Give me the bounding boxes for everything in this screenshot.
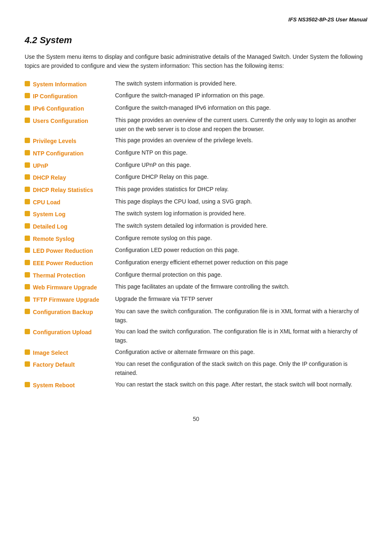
item-desc: Configuration energy efficient ethernet … — [115, 257, 367, 269]
item-name: Detailed Log — [33, 222, 67, 231]
list-item: Users ConfigurationThis page provides an… — [25, 115, 367, 135]
bullet-icon — [25, 174, 30, 180]
bullet-icon — [25, 349, 30, 355]
section-heading: 4.2 System — [25, 35, 367, 46]
item-name: Factory Default — [33, 361, 75, 370]
bullet-icon — [25, 382, 30, 387]
section-intro: Use the System menu items to display and… — [25, 52, 367, 71]
bullet-icon — [25, 223, 30, 229]
bullet-icon — [25, 296, 30, 302]
item-name: LED Power Reduction — [33, 247, 93, 256]
item-desc: This page facilitates an update of the f… — [115, 281, 367, 294]
list-item: System RebootYou can restart the stack s… — [25, 379, 367, 391]
item-name: System Reboot — [33, 381, 75, 390]
list-item: IPv6 ConfigurationConfigure the switch-m… — [25, 102, 367, 115]
list-item: System LogThe switch system log informat… — [25, 208, 367, 220]
bullet-icon — [25, 162, 30, 168]
item-desc: Configure UPnP on this page. — [115, 160, 367, 172]
list-item: NTP ConfigurationConfigure NTP on this p… — [25, 147, 367, 160]
item-desc: Configure remote syslog on this page. — [115, 233, 367, 245]
bullet-icon — [25, 118, 30, 123]
item-name: DHCP Relay — [33, 173, 66, 183]
item-name: System Log — [33, 210, 65, 219]
item-name: Privilege Levels — [33, 137, 76, 146]
item-desc: You can save the switch configuration. T… — [115, 306, 367, 326]
item-name: DHCP Relay Statistics — [33, 186, 93, 195]
bullet-icon — [25, 93, 30, 98]
item-name: CPU Load — [33, 198, 60, 207]
list-item: Privilege LevelsThis page provides an ov… — [25, 135, 367, 147]
item-desc: You can load the switch configuration. T… — [115, 326, 367, 346]
item-name: NTP Configuration — [33, 149, 83, 158]
list-item: CPU LoadThis page displays the CPU load,… — [25, 196, 367, 208]
item-name: System Information — [33, 80, 87, 89]
list-item: Thermal ProtectionConfigure thermal prot… — [25, 269, 367, 282]
list-item: Remote SyslogConfigure remote syslog on … — [25, 233, 367, 245]
list-item: DHCP Relay StatisticsThis page provides … — [25, 184, 367, 196]
bullet-icon — [25, 105, 30, 111]
list-item: TFTP Firmware UpgradeUpgrade the firmwar… — [25, 294, 367, 306]
item-desc: You can reset the configuration of the s… — [115, 358, 367, 379]
bullet-icon — [25, 150, 30, 155]
item-name: Users Configuration — [33, 117, 88, 126]
item-desc: Configure DHCP Relay on this page. — [115, 171, 367, 184]
item-name: UPnP — [33, 162, 48, 171]
item-desc: This page displays the CPU load, using a… — [115, 196, 367, 208]
bullet-icon — [25, 361, 30, 367]
bullet-icon — [25, 187, 30, 192]
bullet-icon — [25, 247, 30, 253]
list-item: IP ConfigurationConfigure the switch-man… — [25, 90, 367, 102]
list-item: UPnPConfigure UPnP on this page. — [25, 160, 367, 172]
list-item: Detailed LogThe switch system detailed l… — [25, 220, 367, 233]
page-footer: 50 — [25, 416, 367, 422]
bullet-icon — [25, 236, 30, 241]
item-name: Thermal Protection — [33, 271, 85, 280]
item-desc: The switch system detailed log informati… — [115, 220, 367, 233]
item-name: TFTP Firmware Upgrade — [33, 296, 99, 305]
item-desc: Configuration active or alternate firmwa… — [115, 347, 367, 359]
bullet-icon — [25, 272, 30, 278]
page-number: 50 — [193, 416, 199, 422]
bullet-icon — [25, 260, 30, 265]
item-desc: This page provides an overview of the pr… — [115, 135, 367, 147]
item-desc: This page provides statistics for DHCP r… — [115, 184, 367, 196]
item-desc: Upgrade the firmware via TFTP server — [115, 294, 367, 306]
list-item: DHCP RelayConfigure DHCP Relay on this p… — [25, 171, 367, 184]
item-name: Configuration Upload — [33, 328, 92, 337]
bullet-icon — [25, 138, 30, 143]
item-name: IPv6 Configuration — [33, 104, 84, 113]
item-desc: Configure the switch-managed IPv6 inform… — [115, 102, 367, 115]
list-item: System InformationThe switch system info… — [25, 78, 367, 90]
list-item: Image SelectConfiguration active or alte… — [25, 347, 367, 359]
list-item: Factory DefaultYou can reset the configu… — [25, 358, 367, 379]
item-desc: Configuration LED power reduction on thi… — [115, 245, 367, 257]
item-desc: The switch system information is provide… — [115, 78, 367, 90]
item-name: IP Configuration — [33, 92, 78, 101]
list-item: EEE Power ReductionConfiguration energy … — [25, 257, 367, 269]
list-item: Web Firmware UpgradeThis page facilitate… — [25, 281, 367, 294]
item-desc: You can restart the stack switch on this… — [115, 379, 367, 391]
list-item: Configuration BackupYou can save the swi… — [25, 306, 367, 326]
list-item: LED Power ReductionConfiguration LED pow… — [25, 245, 367, 257]
item-name: Web Firmware Upgrade — [33, 283, 97, 292]
item-desc: This page provides an overview of the cu… — [115, 115, 367, 135]
bullet-icon — [25, 329, 30, 334]
item-name: Image Select — [33, 349, 68, 358]
items-table: System InformationThe switch system info… — [25, 78, 367, 391]
list-item: Configuration UploadYou can load the swi… — [25, 326, 367, 346]
item-name: EEE Power Reduction — [33, 259, 93, 268]
bullet-icon — [25, 284, 30, 289]
item-name: Configuration Backup — [33, 308, 93, 317]
item-desc: Configure NTP on this page. — [115, 147, 367, 160]
item-name: Remote Syslog — [33, 235, 74, 244]
item-desc: The switch system log information is pro… — [115, 208, 367, 220]
bullet-icon — [25, 309, 30, 314]
page-header: IFS NS3502-8P-2S User Manual — [25, 16, 367, 23]
bullet-icon — [25, 81, 30, 86]
item-desc: Configure the switch-managed IP informat… — [115, 90, 367, 102]
item-desc: Configure thermal protection on this pag… — [115, 269, 367, 282]
bullet-icon — [25, 199, 30, 204]
bullet-icon — [25, 211, 30, 216]
